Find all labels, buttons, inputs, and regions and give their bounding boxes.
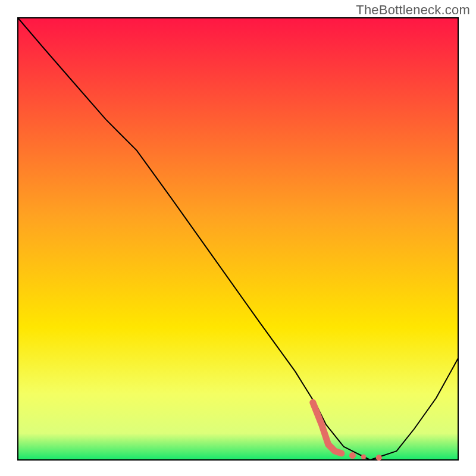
pink-dot-1: [349, 452, 356, 459]
chart-container: TheBottleneck.com: [0, 0, 476, 476]
pink-dot-3: [376, 455, 382, 461]
watermark-text: TheBottleneck.com: [356, 2, 470, 18]
pink-dot-2: [361, 455, 366, 459]
chart-svg: [0, 0, 476, 476]
plot-area: [18, 18, 458, 460]
